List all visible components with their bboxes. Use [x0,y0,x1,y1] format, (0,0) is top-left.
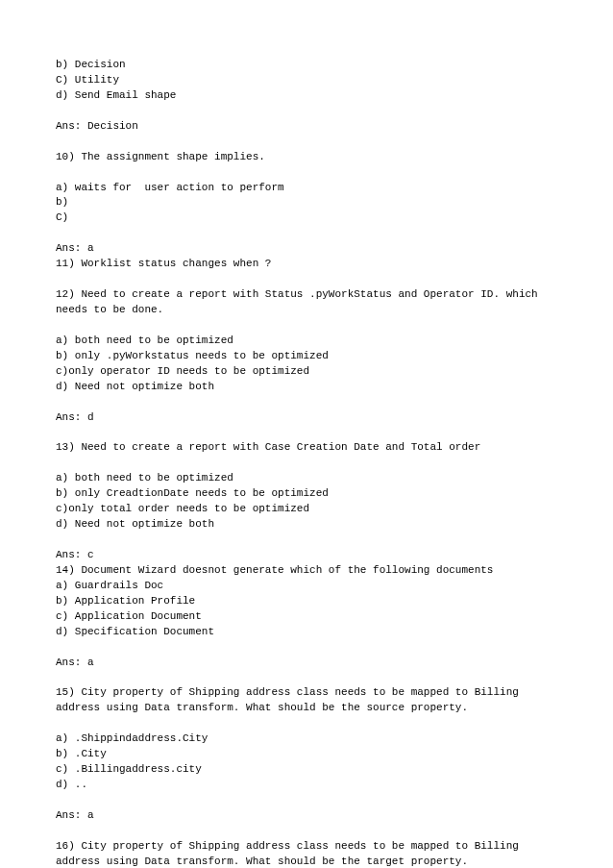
text-line: d) Send Email shape [56,88,557,104]
text-line [56,671,557,686]
text-line: a) Guardrails Doc [56,579,557,594]
text-line: a) both need to be optimized [56,334,557,349]
text-line [56,272,557,287]
text-line: Ans: Decision [56,119,557,135]
text-line: d) Need not optimize both [56,380,557,395]
text-line: Ans: d [56,410,557,426]
text-line: c) Application Document [56,609,557,625]
text-line: 16) City property of Shipping address cl… [56,839,557,868]
text-line: a) both need to be optimized [56,471,557,486]
text-line [56,395,557,410]
text-line [56,533,557,548]
text-line: 15) City property of Shipping address cl… [56,685,557,716]
text-line: C) Utility [56,73,557,88]
text-line: Ans: a [56,808,557,824]
text-line: 11) Worklist status changes when ? [56,257,557,272]
text-line: a) .Shippindaddress.City [56,732,557,747]
text-line: c)only operator ID needs to be optimized [56,364,557,380]
text-line: d) Specification Document [56,625,557,640]
text-line: b) [56,195,557,211]
text-line: c) .Billingaddress.city [56,762,557,778]
text-line: 13) Need to create a report with Case Cr… [56,440,557,456]
text-line: b) Application Profile [56,594,557,609]
text-line [56,104,557,119]
text-line: Ans: a [56,656,557,671]
text-line: b) Decision [56,58,557,73]
text-line: b) only .pyWorkstatus needs to be optimi… [56,349,557,364]
text-line [56,135,557,150]
text-line: b) only CreadtionDate needs to be optimi… [56,486,557,502]
text-line [56,716,557,732]
text-line: 14) Document Wizard doesnot generate whi… [56,563,557,579]
text-line: Ans: a [56,241,557,257]
text-line: a) waits for user action to perform [56,181,557,196]
text-line [56,824,557,839]
text-line: d) .. [56,778,557,793]
text-line: Ans: c [56,548,557,563]
text-line [56,640,557,656]
text-line: C) [56,211,557,226]
text-line [56,426,557,441]
document-body: b) DecisionC) Utilityd) Send Email shape… [56,58,557,868]
text-line [56,793,557,808]
text-line: d) Need not optimize both [56,517,557,533]
text-line [56,165,557,181]
text-line: c)only total order needs to be optimized [56,502,557,517]
text-line [56,456,557,471]
text-line: b) .City [56,747,557,762]
text-line [56,318,557,334]
text-line: 10) The assignment shape implies. [56,150,557,165]
text-line: 12) Need to create a report with Status … [56,287,557,318]
text-line [56,226,557,241]
